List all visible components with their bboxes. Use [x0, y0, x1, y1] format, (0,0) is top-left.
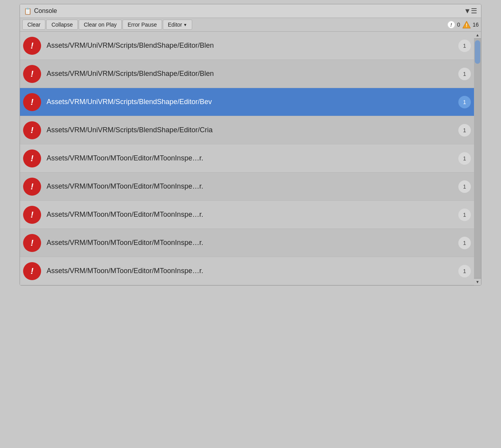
title-bar-left: 📋 Console	[24, 7, 57, 15]
scroll-down-arrow[interactable]: ▼	[474, 278, 481, 285]
count-badge: 1	[458, 152, 471, 165]
error-icon	[23, 178, 41, 196]
log-item[interactable]: Assets/VRM/MToon/MToon/Editor/MToonInspe…	[20, 201, 474, 229]
error-icon	[23, 206, 41, 224]
log-item[interactable]: Assets/VRM/UniVRM/Scripts/BlendShape/Edi…	[20, 32, 474, 60]
error-circle-icon: !	[447, 20, 456, 29]
log-item[interactable]: Assets/VRM/UniVRM/Scripts/BlendShape/Edi…	[20, 60, 474, 88]
log-item[interactable]: Assets/VRM/UniVRM/Scripts/BlendShape/Edi…	[20, 116, 474, 144]
error-pause-button[interactable]: Error Pause	[123, 20, 162, 30]
log-item[interactable]: Assets/VRM/MToon/MToon/Editor/MToonInspe…	[20, 257, 474, 285]
toolbar-right: ! 0 ! 16	[447, 20, 479, 30]
window-title: Console	[34, 7, 57, 14]
count-badge: 1	[458, 180, 471, 193]
clear-button[interactable]: Clear	[22, 20, 45, 30]
menu-icon[interactable]: ▼☰	[464, 7, 477, 15]
log-message: Assets/VRM/UniVRM/Scripts/BlendShape/Edi…	[47, 98, 455, 106]
log-item[interactable]: Assets/VRM/UniVRM/Scripts/BlendShape/Edi…	[20, 88, 474, 116]
log-message: Assets/VRM/UniVRM/Scripts/BlendShape/Edi…	[47, 41, 455, 50]
log-list-wrapper: Assets/VRM/UniVRM/Scripts/BlendShape/Edi…	[20, 32, 481, 285]
error-icon	[23, 262, 41, 280]
error-icon	[23, 234, 41, 252]
count-badge: 1	[458, 124, 471, 137]
count-badge: 1	[458, 68, 471, 80]
log-list: Assets/VRM/UniVRM/Scripts/BlendShape/Edi…	[20, 32, 474, 285]
error-icon	[23, 65, 41, 83]
title-bar-right: ▼☰	[464, 7, 477, 15]
console-window: 📋 Console ▼☰ Clear Collapse Clear on Pla…	[20, 4, 481, 286]
error-count-badge[interactable]: ! 0	[447, 20, 460, 29]
log-message: Assets/VRM/MToon/MToon/Editor/MToonInspe…	[47, 211, 455, 219]
scroll-thumb[interactable]	[475, 40, 480, 64]
error-icon	[23, 37, 41, 55]
svg-text:!: !	[466, 23, 467, 28]
error-icon	[23, 121, 41, 139]
dropdown-arrow-icon: ▼	[183, 23, 187, 27]
scroll-up-arrow[interactable]: ▲	[474, 32, 481, 39]
log-message: Assets/VRM/UniVRM/Scripts/BlendShape/Edi…	[47, 126, 455, 134]
log-message: Assets/VRM/MToon/MToon/Editor/MToonInspe…	[47, 182, 455, 191]
log-message: Assets/VRM/MToon/MToon/Editor/MToonInspe…	[47, 267, 455, 275]
log-item[interactable]: Assets/VRM/MToon/MToon/Editor/MToonInspe…	[20, 173, 474, 201]
title-bar: 📋 Console ▼☰	[20, 4, 481, 18]
warn-count-badge[interactable]: ! 16	[462, 20, 479, 29]
warning-triangle-icon: !	[462, 20, 471, 29]
count-badge: 1	[458, 40, 471, 52]
clear-on-play-button[interactable]: Clear on Play	[79, 20, 122, 30]
editor-label: Editor	[168, 22, 182, 28]
error-icon	[23, 149, 41, 167]
log-message: Assets/VRM/MToon/MToon/Editor/MToonInspe…	[47, 154, 455, 162]
log-item[interactable]: Assets/VRM/MToon/MToon/Editor/MToonInspe…	[20, 144, 474, 173]
log-message: Assets/VRM/UniVRM/Scripts/BlendShape/Edi…	[47, 70, 455, 78]
console-icon: 📋	[24, 7, 32, 15]
scrollbar[interactable]: ▲ ▼	[474, 32, 481, 285]
count-badge: 1	[458, 265, 471, 277]
log-message: Assets/VRM/MToon/MToon/Editor/MToonInspe…	[47, 239, 455, 247]
count-badge: 1	[458, 209, 471, 221]
count-badge: 1	[458, 96, 471, 108]
log-item[interactable]: Assets/VRM/MToon/MToon/Editor/MToonInspe…	[20, 229, 474, 257]
editor-dropdown-button[interactable]: Editor ▼	[163, 20, 192, 30]
collapse-button[interactable]: Collapse	[46, 20, 77, 30]
error-icon	[23, 93, 41, 111]
toolbar: Clear Collapse Clear on Play Error Pause…	[20, 18, 481, 32]
error-count: 0	[457, 22, 460, 28]
warn-count: 16	[472, 22, 479, 28]
count-badge: 1	[458, 237, 471, 249]
